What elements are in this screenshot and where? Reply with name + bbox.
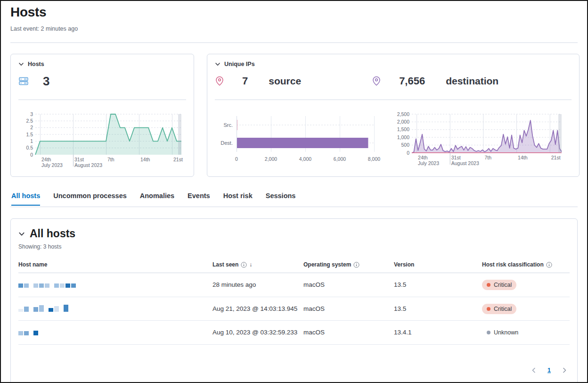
svg-text:14th: 14th (140, 157, 150, 162)
svg-text:0: 0 (407, 150, 409, 156)
all-hosts-title: All hosts (30, 227, 75, 240)
svg-text:2,000: 2,000 (397, 119, 409, 125)
os-value: macOS (303, 273, 394, 297)
last-event-text: Last event: 2 minutes ago (10, 25, 78, 32)
source-ips-label: source (269, 75, 301, 87)
destination-ips-label: destination (446, 75, 498, 87)
header-divider (10, 42, 578, 43)
tab-anomalies[interactable]: Anomalies (140, 192, 174, 206)
os-value: macOS (303, 297, 394, 321)
tabs-divider (10, 207, 578, 207)
page-title: Hosts (10, 5, 78, 20)
last-seen-value: Aug 10, 2023 @ 03:32:59.233 (212, 321, 303, 345)
svg-text:July 2023: July 2023 (41, 162, 63, 168)
last-seen-value: Aug 21, 2023 @ 14:03:13.945 (212, 297, 303, 321)
risk-dot-icon (487, 331, 490, 334)
host-name-link[interactable] (18, 328, 209, 335)
chevron-right-icon[interactable] (560, 366, 569, 375)
svg-text:6,000: 6,000 (334, 156, 346, 162)
info-icon[interactable] (546, 262, 552, 268)
svg-text:14th: 14th (518, 155, 528, 160)
svg-text:0.5: 0.5 (26, 145, 33, 150)
svg-text:1,500: 1,500 (397, 126, 409, 132)
tab-events[interactable]: Events (188, 192, 210, 206)
svg-text:2.5: 2.5 (26, 118, 33, 124)
chevron-down-icon[interactable] (18, 61, 24, 67)
info-icon[interactable] (353, 262, 359, 268)
svg-text:24th: 24th (41, 157, 51, 162)
col-host-name: Host name (18, 258, 212, 273)
sort-desc-icon[interactable]: ↓ (249, 261, 252, 268)
svg-text:August 2023: August 2023 (451, 160, 479, 166)
svg-text:8,000: 8,000 (368, 156, 380, 162)
risk-badge: Unknown (482, 327, 523, 338)
svg-text:3: 3 (30, 111, 33, 117)
unique-ips-panel-title: Unique IPs (224, 61, 255, 67)
tab-host-risk[interactable]: Host risk (223, 192, 253, 206)
info-icon[interactable] (241, 262, 247, 268)
host-name-link[interactable] (18, 304, 209, 312)
chevron-down-icon[interactable] (18, 231, 25, 237)
svg-text:Dest.: Dest. (220, 140, 233, 146)
svg-text:500: 500 (401, 142, 409, 148)
chevron-left-icon[interactable] (530, 366, 538, 375)
map-pin-icon (372, 76, 381, 86)
panel-divider (215, 100, 572, 100)
col-host-risk: Host risk classification (482, 258, 570, 273)
svg-text:7th: 7th (484, 155, 491, 160)
host-name-link[interactable] (18, 280, 209, 288)
destination-ips-area-chart[interactable]: 05001,0001,5002,0002,50024thJuly 202331s… (390, 111, 567, 169)
source-ips-kpi: 7 source (215, 75, 301, 87)
all-hosts-table: Host name Last seen ↓ Operating system (18, 258, 570, 345)
svg-text:21st: 21st (173, 157, 183, 162)
svg-text:1,000: 1,000 (397, 134, 409, 140)
tab-all-hosts[interactable]: All hosts (11, 192, 40, 206)
chevron-down-icon[interactable] (215, 61, 220, 67)
page-number[interactable]: 1 (547, 367, 551, 374)
svg-text:21st: 21st (551, 155, 561, 160)
pagination: 1 (530, 366, 569, 375)
svg-text:2,500: 2,500 (397, 111, 409, 117)
svg-text:31st: 31st (451, 155, 461, 160)
map-pin-icon (215, 76, 224, 86)
tab-sessions[interactable]: Sessions (266, 192, 296, 206)
risk-dot-icon (487, 283, 490, 287)
kpi-row: Hosts 3 00.511.522.5324thJuly 202331stAu (10, 54, 580, 177)
hosts-panel-title: Hosts (28, 61, 44, 67)
svg-text:0: 0 (30, 152, 33, 158)
svg-text:2: 2 (30, 125, 33, 130)
table-row: Aug 21, 2023 @ 14:03:13.945 macOS 13.5 C… (18, 297, 570, 321)
svg-text:July 2023: July 2023 (418, 160, 439, 166)
table-row: Aug 10, 2023 @ 03:32:59.233 macOS 13.4.1… (18, 321, 570, 345)
risk-badge: Critical (482, 280, 516, 290)
hosts-kpi-panel: Hosts 3 00.511.522.5324thJuly 202331stAu (10, 54, 194, 177)
unique-ips-kpi-panel: Unique IPs 7 source (207, 54, 580, 177)
table-row: 28 minutes ago macOS 13.5 Critical (18, 273, 570, 297)
hosts-page: Hosts Last event: 2 minutes ago Hosts (0, 0, 588, 383)
svg-text:1: 1 (30, 138, 33, 144)
storage-icon (18, 76, 29, 86)
destination-ips-kpi: 7,656 destination (372, 75, 498, 87)
panel-divider (18, 100, 186, 100)
col-last-seen[interactable]: Last seen ↓ (212, 258, 303, 273)
hosts-area-chart[interactable]: 00.511.522.5324thJuly 202331stAugust 202… (18, 111, 186, 171)
hosts-count: 3 (43, 74, 49, 89)
svg-text:7th: 7th (107, 157, 114, 162)
unique-ips-bar-chart[interactable]: 02,0004,0006,0008,000Src.Dest. (215, 111, 383, 169)
svg-text:31st: 31st (74, 157, 84, 162)
hosts-tabs: All hosts Uncommon processes Anomalies E… (11, 192, 295, 206)
svg-text:August 2023: August 2023 (74, 162, 102, 168)
tab-uncommon-processes[interactable]: Uncommon processes (53, 192, 127, 206)
destination-ips-count: 7,656 (399, 75, 425, 87)
col-version: Version (394, 258, 482, 273)
page-header: Hosts Last event: 2 minutes ago (10, 5, 78, 32)
os-value: macOS (303, 321, 394, 345)
svg-text:0: 0 (235, 156, 238, 162)
svg-text:Src.: Src. (223, 122, 233, 128)
source-ips-count: 7 (242, 75, 248, 87)
version-value: 13.5 (394, 297, 482, 321)
col-operating-system: Operating system (303, 258, 394, 273)
risk-badge: Critical (482, 304, 516, 314)
svg-text:1.5: 1.5 (26, 132, 33, 137)
svg-text:4,000: 4,000 (299, 156, 311, 162)
